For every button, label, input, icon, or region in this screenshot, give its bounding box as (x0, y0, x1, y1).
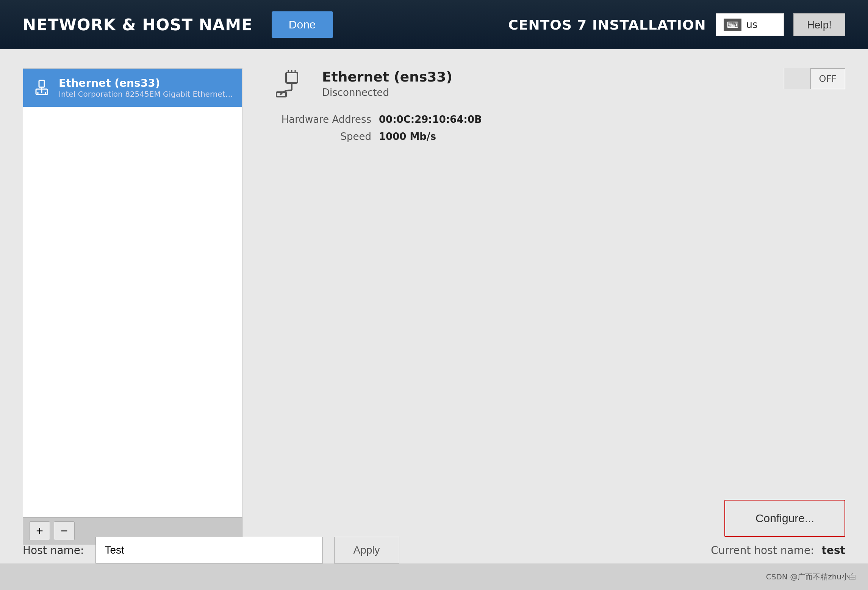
main-content: Ethernet (ens33) Intel Corporation 82545… (0, 49, 868, 563)
apply-button[interactable]: Apply (334, 537, 399, 563)
device-status: Disconnected (322, 87, 452, 98)
hardware-address-row: Hardware Address 00:0C:29:10:64:0B (273, 114, 845, 125)
header-right: CENTOS 7 INSTALLATION ⌨ us Help! (508, 13, 845, 36)
bottom-bar: Host name: Apply Current host name: test (0, 537, 868, 563)
device-details: Hardware Address 00:0C:29:10:64:0B Speed… (273, 114, 845, 148)
network-list: Ethernet (ens33) Intel Corporation 82545… (23, 68, 242, 517)
device-ethernet-icon (273, 68, 311, 99)
svg-rect-6 (286, 72, 297, 83)
toggle-track (784, 68, 811, 89)
current-hostname-section: Current host name: test (711, 544, 845, 557)
hardware-address-value: 00:0C:29:10:64:0B (379, 114, 482, 125)
left-panel: Ethernet (ens33) Intel Corporation 82545… (23, 68, 242, 544)
toggle-switch[interactable]: OFF (784, 68, 846, 89)
keyboard-lang: us (746, 19, 757, 30)
network-item-name: Ethernet (ens33) (59, 77, 233, 89)
header-left: NETWORK & HOST NAME Done (23, 11, 333, 38)
device-header: Ethernet (ens33) Disconnected OFF (273, 68, 845, 99)
device-name: Ethernet (ens33) (322, 69, 452, 85)
keyboard-input[interactable]: ⌨ us (716, 13, 784, 36)
network-list-empty (23, 107, 242, 259)
help-button[interactable]: Help! (793, 13, 845, 36)
footer-text: CSDN @广而不精zhu小白 (766, 572, 857, 582)
hostname-label: Host name: (23, 544, 84, 557)
page-title: NETWORK & HOST NAME (23, 16, 253, 34)
right-panel: Ethernet (ens33) Disconnected OFF Hardwa… (273, 68, 845, 544)
device-name-group: Ethernet (ens33) Disconnected (322, 69, 452, 98)
hostname-input[interactable] (95, 537, 323, 563)
network-item-text: Ethernet (ens33) Intel Corporation 82545… (59, 77, 233, 99)
configure-button[interactable]: Configure... (724, 500, 845, 537)
hardware-address-label: Hardware Address (273, 114, 371, 125)
toggle-label: OFF (811, 74, 845, 84)
footer: CSDN @广而不精zhu小白 (0, 563, 868, 590)
header: NETWORK & HOST NAME Done CENTOS 7 INSTAL… (0, 0, 868, 49)
network-item-desc: Intel Corporation 82545EM Gigabit Ethern… (59, 89, 233, 99)
app-title: CENTOS 7 INSTALLATION (508, 17, 706, 33)
keyboard-icon: ⌨ (724, 19, 742, 31)
speed-value: 1000 Mb/s (379, 131, 436, 142)
ethernet-icon (32, 77, 51, 98)
done-button[interactable]: Done (272, 11, 333, 38)
network-list-item[interactable]: Ethernet (ens33) Intel Corporation 82545… (23, 69, 242, 107)
speed-label: Speed (273, 131, 371, 142)
current-hostname-label: Current host name: (711, 544, 814, 557)
svg-rect-0 (39, 80, 44, 87)
current-hostname-value: test (822, 544, 845, 557)
speed-row: Speed 1000 Mb/s (273, 131, 845, 142)
device-info: Ethernet (ens33) Disconnected (273, 68, 452, 99)
